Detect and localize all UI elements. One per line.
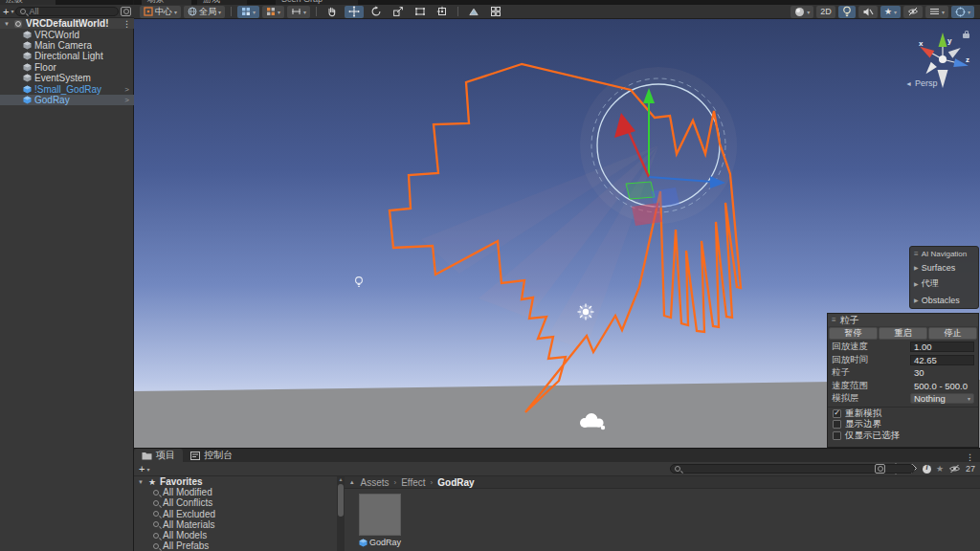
row-label: 回放时间 [832, 354, 908, 366]
kebab-menu-icon[interactable]: ⋮ [966, 452, 974, 462]
lighting-toggle-button[interactable] [838, 6, 856, 18]
hierarchy-item[interactable]: EventSystem [0, 73, 134, 83]
hierarchy-item[interactable]: Floor [0, 62, 134, 73]
favorites-scrollbar[interactable]: ▲ [337, 476, 345, 551]
prefab-arrow-icon[interactable]: > [124, 96, 129, 104]
audio-toggle-button[interactable] [858, 6, 878, 18]
drag-handle-icon[interactable]: ≡ [832, 316, 836, 324]
rect-tool-button[interactable] [411, 6, 430, 18]
perspective-toggle[interactable]: ◄ Persp [905, 78, 937, 88]
hierarchy-item[interactable]: Main Camera [0, 40, 134, 51]
hierarchy-search-field[interactable] [29, 7, 114, 16]
hidden-count-eye-icon[interactable] [948, 464, 961, 474]
breadcrumb-godray[interactable]: GodRay [437, 477, 474, 488]
scene-icon [13, 19, 23, 29]
directional-light-sun-icon[interactable] [578, 304, 594, 320]
hierarchy-item[interactable]: Directional Light [0, 51, 134, 61]
open-search-window-icon[interactable] [875, 464, 885, 474]
favorites-header[interactable]: ▼ ★ Favorites [134, 476, 337, 487]
pause-button[interactable]: 暂停 [829, 327, 878, 340]
checkbox-unchecked[interactable] [833, 431, 841, 440]
scroll-up-icon[interactable]: ▲ [337, 476, 345, 482]
item-label: !Small_GodRay [34, 84, 101, 95]
dropdown-value: Nothing [914, 393, 946, 404]
scene-root-row[interactable]: ▼ VRCDefaultWorld! ⋮ [0, 18, 134, 29]
grid-snapping-button[interactable]: ▾ [237, 6, 259, 18]
axis-x-label: x [919, 39, 924, 48]
2d-toggle-button[interactable]: 2D [816, 6, 835, 18]
stop-button[interactable]: 停止 [928, 327, 977, 340]
rotate-tool-button[interactable] [367, 6, 386, 18]
hierarchy-search-input[interactable] [15, 7, 119, 16]
hierarchy-toolbar: + ▾ [0, 5, 134, 18]
favorite-label: All Prefabs [163, 540, 209, 551]
show-only-selected-checkbox-row[interactable]: 仅显示已选择 [828, 430, 978, 442]
grid-visibility-button[interactable]: ▾ [925, 6, 948, 18]
unity-editor-window: 层级 + ▾ ▼ VRCDefaultWorld! ⋮ VRCWorld [0, 0, 980, 551]
hierarchy-item[interactable]: VRCWorld [0, 29, 134, 39]
scene-camera-button[interactable]: ▾ [951, 6, 974, 18]
create-button[interactable]: + [3, 7, 9, 16]
favorite-item[interactable]: All Conflicts [134, 497, 337, 508]
favorite-item[interactable]: All Modified [134, 487, 337, 497]
foldout-open-icon[interactable]: ▼ [138, 479, 145, 485]
prefab-arrow-icon[interactable]: > [124, 85, 129, 94]
hierarchy-item-prefab[interactable]: !Small_GodRay > [0, 83, 134, 94]
move-icon [348, 6, 360, 17]
collapse-icon[interactable]: ▴ [350, 478, 354, 486]
draw-mode-button[interactable]: ▾ [791, 6, 813, 18]
pivot-icon [144, 7, 153, 16]
breadcrumb-assets[interactable]: Assets [361, 477, 390, 488]
create-chevron-icon[interactable]: ▾ [11, 8, 13, 14]
move-tool-button[interactable] [345, 6, 364, 18]
gameobject-cube-icon [23, 52, 32, 60]
effects-toggle-button[interactable]: ★ ▾ [880, 6, 901, 18]
foldout-open-icon[interactable]: ▼ [4, 21, 11, 27]
scene-visibility-button[interactable] [903, 6, 923, 18]
row-label: 模拟层 [832, 392, 908, 405]
tab-project[interactable]: 项目 [134, 449, 183, 462]
playback-time-field[interactable]: 42.65 [910, 355, 974, 365]
ainav-section-agents[interactable]: ▶ 代理 [914, 276, 974, 292]
ainav-section-obstacles[interactable]: ▶ Obstacles [914, 292, 974, 308]
hierarchy-item-prefab-selected[interactable]: GodRay > [0, 95, 134, 105]
view-tool-button[interactable] [323, 6, 342, 18]
custom-tools-button[interactable] [486, 6, 505, 18]
edit-shape-tool-button[interactable] [464, 6, 483, 18]
create-chevron-icon[interactable]: ▾ [146, 466, 149, 473]
kebab-menu-icon[interactable]: ⋮ [122, 19, 131, 29]
transform-icon [436, 6, 448, 17]
playback-speed-field[interactable]: 1.00 [910, 342, 974, 352]
tab-console[interactable]: 控制台 [183, 449, 240, 462]
simulate-layers-dropdown[interactable]: Nothing ▾ [910, 393, 974, 404]
info-icon[interactable] [923, 465, 931, 474]
search-icon [153, 490, 159, 496]
scene-viewport[interactable]: y x z ◄ Persp ≡ AI Navigation ▶ Surfa [134, 19, 980, 448]
playback-time-row: 回放时间 42.65 [828, 354, 978, 367]
asset-thumbnail[interactable] [359, 494, 401, 536]
favorite-item[interactable]: All Models [134, 530, 337, 540]
foldout-closed-icon: ▶ [914, 280, 919, 287]
open-search-window-icon[interactable] [121, 7, 131, 16]
favorite-item[interactable]: All Excluded [134, 509, 337, 519]
favorite-item[interactable]: All Materials [134, 519, 337, 530]
checkbox-checked[interactable]: ✓ [833, 409, 841, 418]
snap-increment-button[interactable]: ▾ [262, 6, 284, 18]
favorite-item[interactable]: All Prefabs [134, 540, 337, 551]
create-asset-button[interactable]: + [139, 464, 145, 474]
handle-rotation-button[interactable]: 全局▾ [184, 6, 225, 18]
project-tab-bar: 项目 控制台 ⋮ [134, 449, 980, 462]
scale-tool-button[interactable] [389, 6, 408, 18]
gizmo-lock-icon[interactable] [963, 31, 969, 38]
restart-button[interactable]: 重启 [879, 327, 927, 340]
move-snap-button[interactable]: ▾ [287, 6, 310, 18]
asset-godray[interactable]: GodRay [350, 494, 410, 547]
scrollbar-thumb[interactable] [338, 484, 344, 517]
pivot-mode-button[interactable]: 中心▾ [140, 6, 181, 18]
drag-handle-icon[interactable]: ≡ [914, 250, 919, 258]
transform-tool-button[interactable] [433, 6, 452, 18]
checkbox-unchecked[interactable] [833, 420, 841, 429]
save-filter-star-icon[interactable]: ★ [936, 464, 944, 474]
breadcrumb-effect[interactable]: Effect [401, 477, 425, 488]
ainav-section-surfaces[interactable]: ▶ Surfaces [914, 259, 974, 276]
